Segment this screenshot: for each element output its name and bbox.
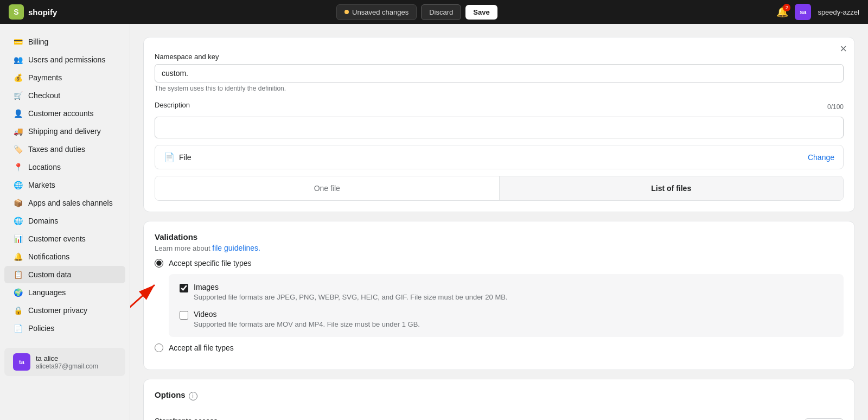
sidebar-user[interactable]: ta ta alice aliceta97@gmail.com — [4, 348, 125, 376]
shipping-icon: 🚚 — [13, 126, 23, 136]
red-arrow-annotation — [130, 279, 165, 312]
images-checkbox-option: Images Supported file formats are JPEG, … — [180, 283, 833, 301]
options-panel: Options i Storefronts access Definition … — [143, 379, 855, 420]
payments-icon: 💰 — [13, 73, 23, 82]
save-button-top[interactable]: Save — [465, 5, 497, 20]
sidebar-item-apps-sales[interactable]: 📦 Apps and sales channels — [4, 194, 125, 212]
videos-info: Videos Supported file formats are MOV an… — [194, 310, 420, 328]
list-of-files-button[interactable]: List of files — [500, 176, 844, 200]
accept-all-option[interactable]: Accept all file types — [155, 343, 844, 352]
languages-icon: 🌍 — [13, 288, 23, 297]
checkbox-section: Images Supported file formats are JPEG, … — [155, 274, 844, 337]
sidebar-item-billing[interactable]: 💳 Billing — [4, 33, 125, 50]
topbar-right: 🔔 2 sa speedy-azzel — [776, 4, 859, 20]
options-info-icon[interactable]: i — [189, 392, 197, 400]
sidebar-item-policies[interactable]: 📄 Policies — [4, 320, 125, 337]
sidebar-item-label: Markets — [28, 181, 55, 189]
sidebar-item-notifications[interactable]: 🔔 Notifications — [4, 248, 125, 265]
validations-panel: Validations Learn more about file guidel… — [143, 221, 855, 370]
sidebar-item-locations[interactable]: 📍 Locations — [4, 158, 125, 176]
sidebar-user-avatar: ta — [13, 353, 30, 371]
user-avatar-top[interactable]: sa — [795, 4, 811, 20]
file-label: 📄 File — [164, 152, 192, 162]
notifications-icon: 🔔 — [13, 252, 23, 262]
unsaved-label: Unsaved changes — [352, 8, 409, 16]
custom-data-icon: 📋 — [13, 270, 23, 279]
accept-all-radio[interactable] — [155, 343, 163, 352]
markets-icon: 🌐 — [13, 180, 23, 190]
sidebar-item-custom-data[interactable]: 📋 Custom data — [4, 266, 125, 283]
one-file-button[interactable]: One file — [155, 176, 500, 200]
sidebar-item-label: Policies — [28, 324, 54, 333]
shopify-logo: S shopify — [9, 4, 57, 20]
user-name-top[interactable]: speedy-azzel — [818, 8, 859, 16]
topbar-center: Unsaved changes Discard Save — [336, 4, 497, 20]
description-field-group: Description 0/100 — [155, 101, 844, 138]
sidebar-item-domains[interactable]: 🌐 Domains — [4, 212, 125, 230]
sidebar-item-checkout[interactable]: 🛒 Checkout — [4, 87, 125, 104]
videos-checkbox-row: Videos Supported file formats are MOV an… — [180, 310, 833, 328]
sidebar-item-shipping-delivery[interactable]: 🚚 Shipping and delivery — [4, 123, 125, 140]
file-doc-icon: 📄 — [164, 152, 175, 162]
options-title-row: Options i — [155, 390, 844, 402]
sidebar-item-label: Billing — [28, 37, 48, 46]
description-input[interactable] — [155, 117, 844, 138]
domains-icon: 🌐 — [13, 216, 23, 226]
checkbox-container: Images Supported file formats are JPEG, … — [169, 274, 844, 337]
shopify-logo-text: shopify — [28, 8, 57, 17]
file-label-text: File — [179, 153, 192, 162]
sidebar-item-label: Apps and sales channels — [28, 199, 113, 207]
sidebar-user-name: ta alice — [36, 354, 98, 362]
images-label: Images — [194, 283, 508, 291]
images-description: Supported file formats are JPEG, PNG, WE… — [194, 293, 508, 301]
sidebar-item-label: Customer accounts — [28, 109, 94, 118]
sidebar-item-customer-events[interactable]: 📊 Customer events — [4, 230, 125, 247]
accept-specific-label: Accept specific file types — [169, 259, 252, 268]
sidebar-item-taxes-duties[interactable]: 🏷️ Taxes and duties — [4, 141, 125, 158]
sidebar-item-label: Shipping and delivery — [28, 127, 101, 136]
topbar: S shopify Unsaved changes Discard Save 🔔… — [0, 0, 868, 24]
namespace-hint: The system uses this to identify the def… — [155, 85, 844, 92]
checkout-icon: 🛒 — [13, 91, 23, 100]
users-icon: 👥 — [13, 55, 23, 65]
accept-specific-option[interactable]: Accept specific file types — [155, 259, 844, 268]
namespace-input[interactable] — [155, 64, 844, 82]
sidebar-item-customer-accounts[interactable]: 👤 Customer accounts — [4, 105, 125, 122]
accept-all-label: Accept all file types — [169, 343, 234, 352]
sidebar-item-users-permissions[interactable]: 👥 Users and permissions — [4, 51, 125, 68]
read-select-wrapper: Read Write None ▼ — [805, 418, 844, 421]
sidebar-item-languages[interactable]: 🌍 Languages — [4, 284, 125, 301]
sidebar-item-label: Checkout — [28, 91, 60, 100]
storefront-title: Storefronts access — [155, 417, 407, 420]
sidebar-item-label: Users and permissions — [28, 55, 105, 64]
notification-icon[interactable]: 🔔 2 — [776, 6, 788, 18]
sidebar-item-label: Customer events — [28, 234, 86, 243]
sidebar-item-payments[interactable]: 💰 Payments — [4, 69, 125, 86]
file-toggle-group: One file List of files — [155, 176, 844, 201]
change-link[interactable]: Change — [808, 153, 834, 162]
billing-icon: 💳 — [13, 37, 23, 47]
sidebar-item-customer-privacy[interactable]: 🔒 Customer privacy — [4, 302, 125, 319]
customer-privacy-icon: 🔒 — [13, 306, 23, 315]
images-checkbox[interactable] — [180, 284, 188, 292]
locations-icon: 📍 — [13, 162, 23, 172]
file-type-row: 📄 File Change — [155, 145, 844, 169]
videos-checkbox-option: Videos Supported file formats are MOV an… — [180, 310, 833, 328]
videos-description: Supported file formats are MOV and MP4. … — [194, 320, 420, 328]
storefront-info: Storefronts access Definition is availab… — [155, 417, 407, 420]
sidebar: 💳 Billing 👥 Users and permissions 💰 Paym… — [0, 24, 130, 420]
sidebar-item-markets[interactable]: 🌐 Markets — [4, 176, 125, 194]
close-button[interactable]: × — [840, 43, 847, 55]
unsaved-dot — [344, 10, 349, 14]
topbar-left: S shopify — [9, 4, 57, 20]
accept-specific-radio[interactable] — [155, 259, 163, 268]
discard-button[interactable]: Discard — [421, 4, 461, 20]
layout: 💳 Billing 👥 Users and permissions 💰 Paym… — [0, 24, 868, 420]
images-info: Images Supported file formats are JPEG, … — [194, 283, 508, 301]
unsaved-indicator: Unsaved changes — [336, 4, 417, 20]
storefront-access-select[interactable]: Read Write None — [805, 418, 844, 421]
sidebar-user-email: aliceta97@gmail.com — [36, 362, 98, 370]
videos-checkbox[interactable] — [180, 311, 188, 320]
file-guidelines-link[interactable]: file guidelines. — [212, 244, 260, 252]
videos-label: Videos — [194, 310, 420, 319]
